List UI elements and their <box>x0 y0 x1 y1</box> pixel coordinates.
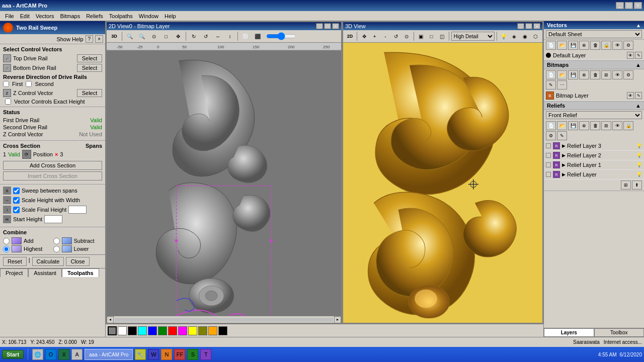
scale-height-width-checkbox[interactable] <box>13 197 20 204</box>
insert-cross-section-button[interactable]: Insert Cross Section <box>3 171 102 180</box>
rl1-expand[interactable]: ▶ <box>562 162 565 167</box>
swatch-black2[interactable] <box>218 326 227 335</box>
relief-layer-3-row[interactable]: R ▶ Relief Layer 3 💡 <box>544 141 644 151</box>
rl0-expand[interactable]: ▶ <box>562 172 565 177</box>
toolbar-2d-button[interactable]: 2D <box>345 31 355 41</box>
copy-vector-btn[interactable]: ⊕ <box>579 41 589 50</box>
top-drive-select-button[interactable]: Select <box>77 54 102 62</box>
bitmap-visible-icon[interactable]: 👁 <box>627 92 634 99</box>
merge-relief-btn[interactable]: ⊞ <box>601 121 611 130</box>
vector-controls-checkbox[interactable] <box>5 99 11 105</box>
tab-assistant[interactable]: Assistant <box>28 268 62 277</box>
swatch-gray[interactable] <box>108 326 117 335</box>
merge-bitmap-btn[interactable]: ⊞ <box>601 70 611 79</box>
settings-bitmap-btn[interactable]: ⚙ <box>623 70 633 79</box>
swatch-red[interactable] <box>168 326 177 335</box>
relief-extra2[interactable]: ⬆ <box>632 180 642 190</box>
taskbar-app4-icon[interactable]: N <box>161 349 172 360</box>
rl3-lock[interactable]: 💡 <box>636 143 642 149</box>
scale-final-height-input[interactable]: 10 <box>68 206 87 214</box>
taskbar-app6-icon[interactable]: S <box>187 349 198 360</box>
relief-extra1[interactable]: ⊞ <box>621 180 631 190</box>
rl3-expand[interactable]: ▶ <box>562 143 565 148</box>
relief-layer-2-row[interactable]: R ▶ Relief Layer 2 💡 <box>544 151 644 160</box>
tab-project[interactable]: Project <box>0 268 28 277</box>
bottom-drive-select-button[interactable]: Select <box>77 64 102 72</box>
eye-relief-btn[interactable]: 👁 <box>612 121 622 130</box>
view-3d-minimize[interactable]: _ <box>517 23 524 29</box>
rotate-ccw-button[interactable]: ↺ <box>200 31 211 41</box>
view-3d-fit[interactable]: ⊙ <box>401 31 411 41</box>
view-2d-close[interactable]: × <box>332 23 339 29</box>
toolbar-3d-button[interactable]: 3D <box>109 31 120 41</box>
rl0-lock[interactable]: 💡 <box>636 171 642 177</box>
view-3d-mat[interactable]: ◈ <box>510 31 519 41</box>
zoom-rect-button[interactable]: □ <box>160 31 172 41</box>
bitmaps-expand[interactable]: ▲ <box>635 62 641 68</box>
swatch-cyan[interactable] <box>138 326 147 335</box>
menu-bitmaps[interactable]: Bitmaps <box>57 12 83 20</box>
swatch-yellow[interactable] <box>188 326 197 335</box>
start-height-input[interactable]: 0 <box>44 215 62 223</box>
view-3d-canvas[interactable] <box>343 43 542 323</box>
expand-icon[interactable]: ▲ <box>636 23 641 28</box>
tab-toolpaths[interactable]: Toolpaths <box>62 268 99 277</box>
default-layer-row[interactable]: Default Layer 👁 ✎ <box>544 51 644 60</box>
close-panel-button[interactable]: Close <box>66 257 89 266</box>
add-radio[interactable] <box>3 238 10 244</box>
deselect-button[interactable]: ⬛ <box>252 31 263 41</box>
sheet-dropdown[interactable]: Default Sheet <box>546 30 642 38</box>
view-3d-shade[interactable]: ◉ <box>520 31 530 41</box>
view-3d-iso[interactable]: ◫ <box>437 31 447 41</box>
open-vector-btn[interactable]: 📂 <box>557 41 567 50</box>
swatch-black[interactable] <box>128 326 137 335</box>
bitmap-layer-row[interactable]: B Bitmap Layer 👁 ✎ <box>544 90 644 101</box>
view-3d-close[interactable]: × <box>533 23 540 29</box>
menu-toolpaths[interactable]: Toolpaths <box>106 12 136 20</box>
second-checkbox[interactable] <box>26 81 32 87</box>
swatch-white[interactable] <box>118 326 127 335</box>
eye-vector-btn[interactable]: 👁 <box>612 41 622 50</box>
taskbar-app2-icon[interactable]: 🔧 <box>135 349 146 360</box>
first-checkbox[interactable] <box>3 81 9 87</box>
tab-layers[interactable]: Layers <box>544 328 594 337</box>
swatch-green[interactable] <box>158 326 167 335</box>
zoom-in-button[interactable]: 🔍 <box>124 31 135 41</box>
delete-relief-btn[interactable]: 🗑 <box>590 121 600 130</box>
open-relief-btn[interactable]: 📂 <box>557 121 567 130</box>
scale-final-height-checkbox[interactable] <box>13 207 20 213</box>
start-button[interactable]: Start <box>2 350 24 359</box>
reliefs-expand[interactable]: ▲ <box>635 103 641 109</box>
view-2d-maximize[interactable]: □ <box>324 23 331 29</box>
new-bitmap-btn[interactable]: 📄 <box>546 70 556 79</box>
extra2-bitmap-btn[interactable]: ⋯ <box>557 80 567 89</box>
menu-help[interactable]: Help <box>162 12 179 20</box>
lock-relief-btn[interactable]: 🔒 <box>623 121 633 130</box>
swatch-olive[interactable] <box>198 326 207 335</box>
relief-layer-row[interactable]: R ▶ Relief Layer 💡 <box>544 170 644 179</box>
taskbar-excel-icon[interactable]: X <box>58 349 69 360</box>
z-control-select-button[interactable]: Select <box>77 89 102 97</box>
settings-vector-btn[interactable]: ⚙ <box>623 41 633 50</box>
pan-button[interactable]: ✥ <box>173 31 184 41</box>
layer-edit-icon[interactable]: ✎ <box>635 52 642 59</box>
help-question-button[interactable]: ? <box>86 35 94 43</box>
view-3d-top[interactable]: ▣ <box>416 31 425 41</box>
save-relief-btn[interactable]: 💾 <box>568 121 578 130</box>
scroll-right-button[interactable]: ▸ <box>334 316 341 323</box>
view-3d-front[interactable]: □ <box>427 31 436 41</box>
eye-bitmap-btn[interactable]: 👁 <box>612 70 622 79</box>
taskbar-app3-icon[interactable]: W <box>148 349 159 360</box>
zoom-fit-button[interactable]: ⊙ <box>148 31 159 41</box>
reliefs-dropdown[interactable]: Front Relief <box>546 111 642 119</box>
view-3d-maximize[interactable]: □ <box>525 23 532 29</box>
delete-vector-btn[interactable]: 🗑 <box>590 41 600 50</box>
swatch-blue[interactable] <box>148 326 157 335</box>
copy-bitmap-btn[interactable]: ⊕ <box>579 70 589 79</box>
view-2d-scrollbar-h[interactable]: ◂ ▸ <box>107 316 341 323</box>
view-3d-rotate[interactable]: ↺ <box>391 31 400 41</box>
rl2-expand[interactable]: ▶ <box>562 153 565 158</box>
minimize-button[interactable]: _ <box>616 2 624 9</box>
sweep-between-spans-checkbox[interactable] <box>13 188 20 194</box>
rl1-lock[interactable]: 💡 <box>636 162 642 168</box>
